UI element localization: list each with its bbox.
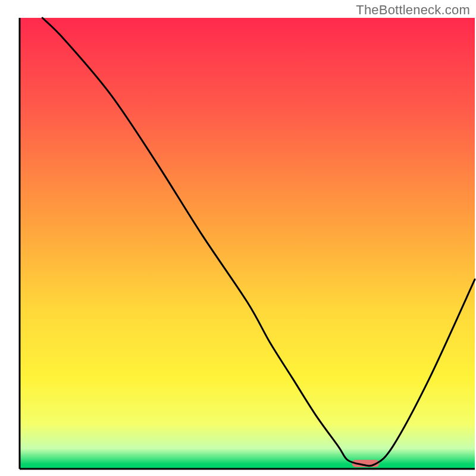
chart-container: TheBottleneck.com <box>0 0 476 476</box>
watermark-text: TheBottleneck.com <box>356 2 470 18</box>
chart-svg <box>0 0 476 476</box>
plot-background <box>20 18 475 469</box>
